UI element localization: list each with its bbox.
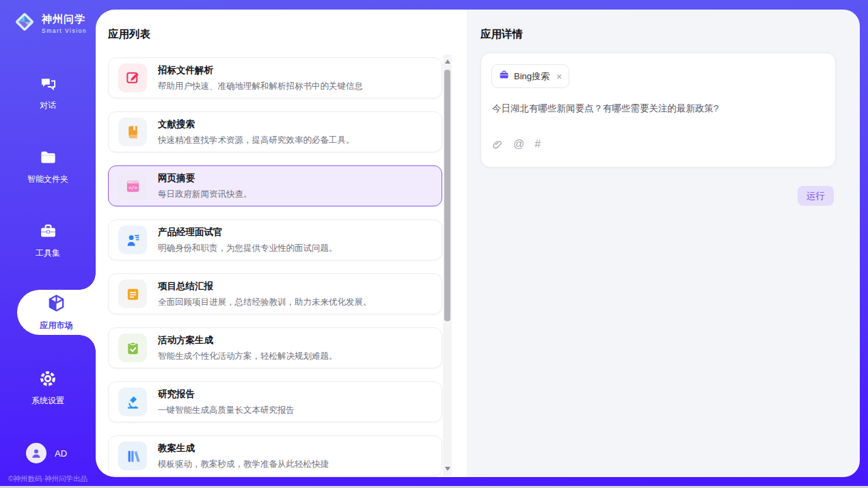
briefcase-icon xyxy=(499,70,509,83)
brand-logo: 神州问学 Smart Vision xyxy=(12,10,87,37)
run-button[interactable]: 运行 xyxy=(798,186,834,206)
hash-icon[interactable]: # xyxy=(534,138,541,150)
app-card-description: 智能生成个性化活动方案，轻松解决规划难题。 xyxy=(158,351,338,362)
books-icon xyxy=(118,442,147,470)
prompt-message-text[interactable]: 今日湖北有哪些新闻要点？有哪些需要关注的最新政策? xyxy=(492,103,820,115)
tool-tag-bing-search[interactable]: Bing搜索 × xyxy=(491,64,569,88)
user-initials: AD xyxy=(55,448,67,459)
main-panel: 应用列表 招标文件解析帮助用户快速、准确地理解和解析招标书中的关键信息文献搜索快… xyxy=(96,10,860,477)
note-icon xyxy=(118,280,147,308)
app-card-description: 帮助用户快速、准确地理解和解析招标书中的关键信息 xyxy=(158,81,363,92)
app-card-description: 一键智能生成高质量长文本研究报告 xyxy=(158,405,295,416)
chat-icon xyxy=(39,74,57,96)
sidebar-item-label: 系统设置 xyxy=(31,395,64,407)
copyright-footer: ©神州数码·神州问学出品 xyxy=(0,474,96,484)
sidebar-item-smart-folder[interactable]: 智能文件夹 xyxy=(0,146,96,188)
app-card-list: 招标文件解析帮助用户快速、准确地理解和解析招标书中的关键信息文献搜索快速精准查找… xyxy=(108,57,442,476)
app-card-title: 项目总结汇报 xyxy=(158,280,372,293)
paperclip-icon[interactable] xyxy=(492,139,503,150)
sidebar-item-settings[interactable]: 系统设置 xyxy=(0,366,96,409)
user-avatar-icon xyxy=(26,443,46,463)
app-card-description: 模板驱动，教案秒成，教学准备从此轻松快捷 xyxy=(158,459,329,470)
app-card-title: 活动方案生成 xyxy=(158,334,338,347)
sidebar-item-label: 对话 xyxy=(40,100,56,111)
app-card-project-summary[interactable]: 项目总结汇报全面回顾项目进展，总结经验教训，助力未来优化发展。 xyxy=(108,273,442,314)
app-card-event-plan[interactable]: 活动方案生成智能生成个性化活动方案，轻松解决规划难题。 xyxy=(108,327,442,368)
app-card-research-report[interactable]: 研究报告一键智能生成高质量长文本研究报告 xyxy=(108,381,442,422)
gear-icon xyxy=(38,369,57,391)
sidebar-item-label: 工具集 xyxy=(36,247,60,259)
app-card-description: 全面回顾项目进展，总结经验教训，助力未来优化发展。 xyxy=(158,297,372,308)
book-icon xyxy=(118,118,147,146)
cube-icon xyxy=(46,293,66,316)
app-card-title: 教案生成 xyxy=(158,442,329,455)
app-detail-pane: 应用详情 Bing搜索 × 今日湖北有哪些新闻要点？有哪些需要关注的最新政策? … xyxy=(467,10,860,477)
clipboard-check-icon xyxy=(118,334,147,362)
app-card-bid-doc-parse[interactable]: 招标文件解析帮助用户快速、准确地理解和解析招标书中的关键信息 xyxy=(108,57,442,98)
interviewer-icon xyxy=(118,226,147,254)
app-card-title: 文献搜索 xyxy=(158,118,355,131)
app-card-title: 网页摘要 xyxy=(158,172,252,185)
brand-name: 神州问学 xyxy=(42,13,87,26)
close-icon[interactable]: × xyxy=(556,72,562,81)
sidebar-item-toolset[interactable]: 工具集 xyxy=(0,219,96,262)
scrollbar-up-arrow-icon[interactable] xyxy=(445,59,450,64)
tool-tag-label: Bing搜索 xyxy=(514,70,550,83)
app-list-title: 应用列表 xyxy=(108,27,150,42)
browser-code-icon: </> xyxy=(118,172,147,200)
research-icon xyxy=(118,388,147,416)
app-list-pane: 应用列表 招标文件解析帮助用户快速、准确地理解和解析招标书中的关键信息文献搜索快… xyxy=(96,10,467,477)
app-card-description: 明确身份和职责，为您提供专业性的面试问题。 xyxy=(158,243,338,254)
app-card-lesson-plan[interactable]: 教案生成模板驱动，教案秒成，教学准备从此轻松快捷 xyxy=(108,435,442,476)
mention-icon[interactable]: @ xyxy=(513,138,524,150)
app-card-description: 每日政府新闻资讯快查。 xyxy=(158,189,252,200)
toolbox-icon xyxy=(39,222,57,243)
app-detail-title: 应用详情 xyxy=(480,27,523,42)
user-account[interactable]: AD xyxy=(26,443,67,463)
app-card-literature-search[interactable]: 文献搜索快速精准查找学术资源，提高研究效率的必备工具。 xyxy=(108,111,442,152)
svg-text:</>: </> xyxy=(128,185,138,191)
pen-square-icon xyxy=(118,64,147,92)
folder-icon xyxy=(39,148,57,170)
prompt-input-card[interactable]: Bing搜索 × 今日湖北有哪些新闻要点？有哪些需要关注的最新政策? @# xyxy=(480,53,836,167)
brand-subtitle: Smart Vision xyxy=(42,27,87,34)
scrollbar-down-arrow-icon[interactable] xyxy=(445,467,450,471)
scrollbar-thumb[interactable] xyxy=(444,70,450,321)
sidebar-item-label: 应用市场 xyxy=(40,320,73,331)
app-card-title: 产品经理面试官 xyxy=(158,226,338,239)
app-card-pm-interviewer[interactable]: 产品经理面试官明确身份和职责，为您提供专业性的面试问题。 xyxy=(108,219,442,260)
sidebar-item-label: 智能文件夹 xyxy=(27,174,68,185)
sidebar: 神州问学 Smart Vision 对话智能文件夹工具集应用市场系统设置 AD … xyxy=(0,0,96,488)
app-card-web-summary[interactable]: </>网页摘要每日政府新闻资讯快查。 xyxy=(108,165,442,206)
composer-toolbar: @# xyxy=(492,138,541,150)
scrollbar[interactable] xyxy=(443,55,452,476)
app-card-title: 研究报告 xyxy=(158,388,295,401)
app-card-description: 快速精准查找学术资源，提高研究效率的必备工具。 xyxy=(158,135,355,146)
sidebar-item-app-market[interactable]: 应用市场 xyxy=(17,290,96,335)
app-card-title: 招标文件解析 xyxy=(158,64,363,77)
sidebar-item-chat[interactable]: 对话 xyxy=(0,72,96,114)
gem-diamond-icon xyxy=(12,10,37,37)
